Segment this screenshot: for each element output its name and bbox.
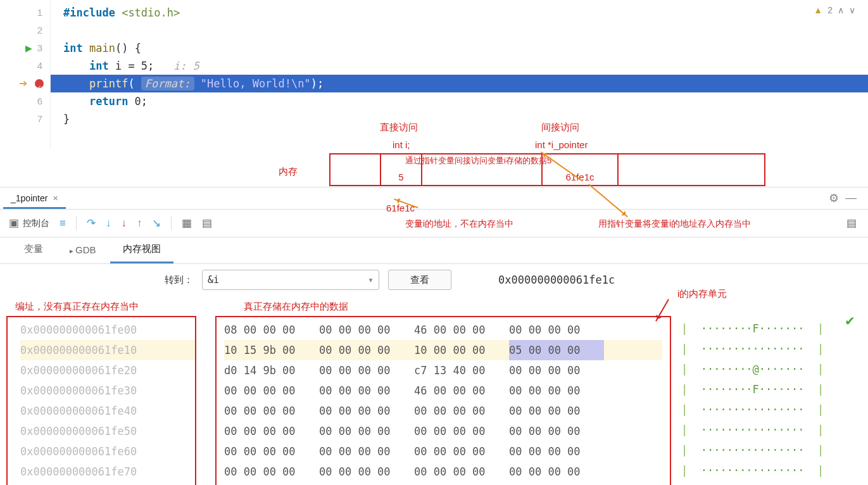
chevron-down-icon[interactable]: ∨ bbox=[849, 5, 855, 15]
line-number: 4 bbox=[0, 57, 50, 75]
breakpoint-icon[interactable] bbox=[35, 79, 44, 88]
line-number: 1 bbox=[0, 4, 50, 22]
address-row[interactable]: 0x000000000061fe30 bbox=[20, 381, 195, 401]
keyword: return bbox=[89, 95, 128, 108]
address-row[interactable]: 0x000000000061fe10 bbox=[20, 340, 195, 360]
address-column: 0x000000000061fe00 0x000000000061fe10 0x… bbox=[6, 316, 196, 485]
goto-label: 转到： bbox=[165, 274, 193, 286]
close-icon[interactable]: ✕ bbox=[53, 194, 58, 203]
warning-icon: ▲ bbox=[814, 5, 822, 15]
execution-arrow-icon: ➔ bbox=[19, 75, 27, 92]
line-number: 2 bbox=[0, 22, 50, 39]
bytes-column: 08 00 00 0000 00 00 0046 00 00 0000 00 0… bbox=[215, 316, 671, 485]
memory-controls: 转到： &i ▾ 查看 0x000000000061fe1c bbox=[0, 264, 868, 296]
gear-icon[interactable]: ⚙ bbox=[829, 191, 839, 205]
debug-subtabs: 变量 GDB 内存视图 bbox=[0, 237, 868, 264]
line-number: 3 ▶ bbox=[0, 39, 50, 57]
tab-gdb[interactable]: GDB bbox=[57, 239, 109, 263]
annot-int-ip: int *i_pointer bbox=[535, 139, 588, 150]
highlighted-bytes[interactable]: 05 00 00 00 bbox=[509, 340, 604, 360]
view-button[interactable]: 查看 bbox=[388, 270, 451, 290]
warning-count: 2 bbox=[827, 5, 833, 15]
keyword: int bbox=[89, 60, 109, 72]
code-lines[interactable]: #include <stdio.h> int main() { int i = … bbox=[51, 0, 868, 149]
keyword: int bbox=[63, 42, 83, 54]
layout-icon[interactable]: ▤ bbox=[202, 217, 212, 230]
evaluate-icon[interactable]: ▦ bbox=[182, 217, 192, 230]
address-row[interactable]: 0x000000000061fe00 bbox=[20, 320, 195, 340]
string: "Hello, World!\n" bbox=[201, 77, 311, 90]
include-header: <stdio.h> bbox=[122, 6, 180, 19]
address-row[interactable]: 0x000000000061fe70 bbox=[20, 462, 195, 482]
threads-icon[interactable]: ≡ bbox=[60, 217, 66, 230]
force-step-icon[interactable]: ↓ bbox=[121, 217, 127, 230]
inspection-widget[interactable]: ▲ 2 ∧ ∨ bbox=[814, 5, 855, 15]
memory-box-diagram: 5 61fe1c bbox=[329, 153, 765, 186]
keyword: #include bbox=[63, 6, 115, 19]
current-address: 0x000000000061fe1c bbox=[498, 274, 615, 286]
minimize-icon[interactable]: — bbox=[845, 191, 857, 205]
tab-label: _1pointer bbox=[11, 193, 47, 203]
line-number: 6 bbox=[0, 92, 50, 110]
inline-hint: i: 5 bbox=[173, 60, 199, 72]
step-into-icon[interactable]: ↓ bbox=[106, 217, 111, 230]
address-row[interactable]: 0x000000000061fe50 bbox=[20, 421, 195, 441]
annot-indirect: 间接访问 bbox=[541, 122, 579, 134]
address-row[interactable]: 0x000000000061fe60 bbox=[20, 441, 195, 462]
goto-address-input[interactable]: &i ▾ bbox=[202, 270, 379, 290]
step-over-icon[interactable]: ↷ bbox=[87, 217, 96, 230]
console-icon: ▣ bbox=[9, 217, 19, 230]
annot-int-i: int i; bbox=[393, 139, 410, 150]
tab-memory-view[interactable]: 内存视图 bbox=[110, 238, 173, 263]
line-gutter: 1 2 3 ▶ 4 5 ➔ 6 7 bbox=[0, 0, 51, 149]
memory-table: 0x000000000061fe00 0x000000000061fe10 0x… bbox=[0, 296, 868, 485]
annot-direct: 直接访问 bbox=[380, 122, 418, 134]
console-tab[interactable]: ▣ 控制台 bbox=[9, 217, 49, 230]
chevron-up-icon[interactable]: ∧ bbox=[838, 5, 844, 15]
line-number: 7 bbox=[0, 110, 50, 128]
annot-memory: 内存 bbox=[279, 166, 298, 178]
chevron-down-icon[interactable]: ▾ bbox=[368, 274, 374, 286]
run-icon[interactable]: ▶ bbox=[25, 39, 32, 57]
address-row[interactable]: 0x000000000061fe40 bbox=[20, 401, 195, 421]
line-number: 5 ➔ bbox=[0, 75, 50, 92]
file-tabs: _1pointer ✕ ⚙ — bbox=[0, 187, 868, 210]
run-to-cursor-icon[interactable]: ↘ bbox=[152, 217, 161, 230]
address-row[interactable]: 0x000000000061fe20 bbox=[20, 360, 195, 381]
fn-name: printf bbox=[89, 77, 128, 90]
code-editor: 1 2 3 ▶ 4 5 ➔ 6 7 #include <stdio.h> int… bbox=[0, 0, 868, 149]
tab-variables[interactable]: 变量 bbox=[11, 238, 56, 263]
file-tab[interactable]: _1pointer ✕ bbox=[3, 189, 66, 209]
param-hint: Format: bbox=[141, 77, 194, 91]
ascii-column: | ········F······· | | ················ … bbox=[681, 316, 824, 485]
step-out-icon[interactable]: ↑ bbox=[137, 217, 142, 230]
fn-name: main bbox=[89, 42, 115, 54]
cell-value: 5 bbox=[398, 172, 403, 182]
annot-ptr-note: 用指针变量将变量i的地址存入内存当中 bbox=[598, 218, 751, 230]
settings-icon[interactable]: ▤ bbox=[846, 217, 857, 230]
annot-addr-note: 变量i的地址，不在内存当中 bbox=[405, 218, 513, 230]
